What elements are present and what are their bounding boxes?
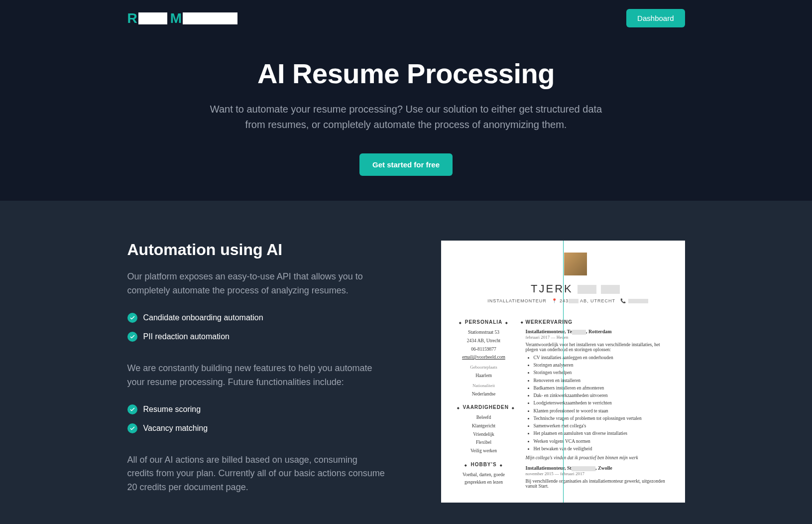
resume-job-title: Installatiemonteur, St, Zwolle (526, 465, 672, 471)
feature-label: PII redaction automation (143, 332, 230, 341)
resume-section-head: VAARDIGHEDEN (454, 404, 514, 410)
name-redact-bar (578, 285, 596, 294)
resume-job-desc: Verantwoordelijk voor het installeren va… (526, 342, 672, 352)
get-started-button[interactable]: Get started for free (359, 153, 453, 176)
feature-item: Candidate onboarding automation (127, 313, 386, 323)
resume-job-date: november 2015 — februari 2017 (526, 471, 672, 476)
check-icon (127, 423, 137, 433)
section-paragraph: All of our AI actions are billed based o… (127, 453, 386, 495)
check-icon (127, 332, 137, 342)
feature-item: PII redaction automation (127, 332, 386, 342)
resume-job-title: Installatiemonteur, Te, Rotterdam (526, 329, 672, 335)
resume-split-line (563, 241, 564, 503)
feature-label: Candidate onboarding automation (143, 313, 263, 322)
resume-personalia: Stationsstraat 53 2434 AB, Utrecht 06-81… (454, 329, 514, 397)
feature-list-future: Resume scoringVacancy matching (127, 404, 386, 433)
hero-title: AI Resume Processing (202, 57, 610, 90)
resume-section-head: WERKERVARING (526, 319, 672, 325)
feature-item: Resume scoring (127, 404, 386, 414)
check-icon (127, 313, 137, 323)
feature-label: Vacancy matching (143, 424, 208, 433)
resume-job-desc: Bij verschillende organisaties als insta… (526, 479, 672, 489)
resume-name: TJERK (466, 282, 685, 295)
resume-hobbies: Voetbal, darten, goede gesprekken en lez… (454, 471, 514, 486)
resume-job-bullets: CV installaties aanleggen en onderhouden… (526, 354, 672, 452)
logo-redact-bar (183, 12, 237, 24)
logo-letter-r: R (127, 10, 137, 26)
resume-job-date: februari 2017 — Heden (526, 335, 672, 340)
hero-subtitle: Want to automate your resume processing?… (202, 102, 610, 132)
resume-photo (564, 253, 587, 275)
resume-preview: TJERK INSTALLATIEMONTEUR 📍 243 AB, UTREC… (441, 241, 685, 503)
site-logo[interactable]: R M (127, 10, 238, 26)
resume-skills: BeleefdKlantgerichtVriendelijkFlexibelVe… (454, 414, 514, 455)
dashboard-button[interactable]: Dashboard (626, 9, 685, 27)
section-title: Automation using AI (127, 241, 386, 259)
name-redact-bar (601, 285, 620, 294)
feature-label: Resume scoring (143, 405, 201, 414)
resume-section-head: PERSONALIA (454, 319, 514, 325)
resume-meta-line: INSTALLATIEMONTEUR 📍 243 AB, UTRECHT 📞 (459, 298, 677, 303)
site-header: R M Dashboard (127, 9, 685, 27)
feature-column: Automation using AI Our platform exposes… (127, 241, 386, 510)
feature-list-current: Candidate onboarding automationPII redac… (127, 313, 386, 342)
resume-section-head: HOBBY'S (454, 462, 514, 467)
section-paragraph: Our platform exposes an easy-to-use API … (127, 270, 386, 298)
section-paragraph: We are constantly building new features … (127, 362, 386, 390)
check-icon (127, 404, 137, 414)
resume-job-quote: Mijn collega's vinden dat ik proactief b… (526, 455, 672, 460)
logo-letter-m: M (170, 10, 182, 26)
logo-redact-bar (138, 12, 167, 24)
feature-item: Vacancy matching (127, 423, 386, 433)
hero-content: AI Resume Processing Want to automate yo… (202, 57, 610, 176)
